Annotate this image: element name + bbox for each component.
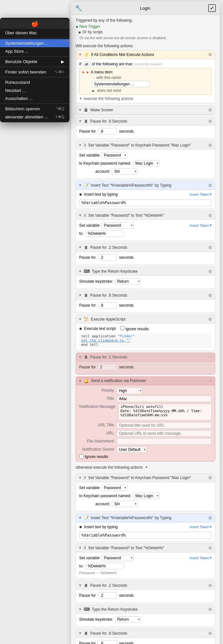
menu-shutdown[interactable]: Ausschalten ... bbox=[0, 94, 69, 103]
setvar3-gear[interactable]: ⚙ bbox=[208, 475, 212, 480]
wake-gear-icon[interactable]: ⚙ bbox=[208, 107, 212, 113]
pause3-expand[interactable]: ▼ bbox=[79, 293, 82, 297]
setvar2-to-input[interactable] bbox=[85, 230, 124, 237]
notif-dis1-title-input[interactable] bbox=[117, 396, 212, 402]
pause2-expand[interactable]: ▼ bbox=[79, 246, 82, 249]
return1-gear[interactable]: ⚙ bbox=[208, 269, 212, 274]
insert-text-1-block: ▼ 📝 Insert Text "%Variable%Password%" by… bbox=[76, 181, 215, 209]
menu-lock-screen[interactable]: Bildschirm sperren ^⌘Q bbox=[0, 105, 69, 113]
menu-sleep[interactable]: Ruhezustand bbox=[0, 78, 69, 86]
pause2-seconds-input[interactable] bbox=[98, 254, 117, 261]
pause1-seconds-input[interactable] bbox=[98, 128, 117, 135]
return1-expand[interactable]: ▼ bbox=[79, 269, 82, 273]
execute-expand-arrow[interactable]: ▼ bbox=[79, 97, 82, 100]
return1-keystroke-select[interactable]: Return bbox=[115, 278, 141, 285]
as1-ignore-checkbox[interactable] bbox=[120, 326, 124, 330]
insert-token-3-button[interactable]: Insert Token ▾ bbox=[190, 525, 212, 529]
otherwise-expand-arrow[interactable]: ▼ bbox=[145, 465, 148, 469]
notif-dis1-url-input[interactable] bbox=[117, 430, 212, 437]
notif-dis1-sound-select[interactable]: User Default bbox=[117, 446, 147, 453]
notif-dis1-urltitle-input[interactable] bbox=[117, 422, 212, 429]
pausedis1-expand[interactable]: ▼ bbox=[79, 355, 82, 359]
notif-dis1-header: ▼ 🔔 Send a notification via Pushover ✕ bbox=[76, 377, 215, 385]
setvar2-expand[interactable]: ▼ bbox=[79, 213, 82, 217]
insert1-expand[interactable]: ▼ bbox=[79, 183, 82, 187]
pause4-expand[interactable]: ▼ bbox=[79, 584, 82, 587]
pause1-gear-icon[interactable]: ⚙ bbox=[208, 119, 212, 124]
condition-gear-icon[interactable]: ⚙ bbox=[208, 52, 212, 57]
menu-about[interactable]: Über diesen Mac bbox=[0, 29, 69, 37]
condition-expand-arrow[interactable]: ▼ bbox=[79, 53, 82, 56]
menu-restart[interactable]: Neustart ... bbox=[0, 86, 69, 94]
menu-systemprefs[interactable]: Systemeinstellungen ... bbox=[0, 39, 69, 47]
as1-expand[interactable]: ▼ bbox=[79, 317, 82, 321]
insert-token-2-button[interactable]: Insert Token ▾ bbox=[190, 223, 212, 227]
setvar1-expand[interactable]: ▼ bbox=[79, 143, 82, 147]
notif-dis1-ignore-checkbox[interactable] bbox=[79, 454, 83, 459]
execute-label: execute the following actions bbox=[84, 96, 133, 101]
setvar2-variable-select[interactable]: Password bbox=[101, 222, 134, 229]
pause-dis1-close-icon[interactable]: ✕ bbox=[209, 355, 212, 359]
wake-screen-header: ▼ 🖥 Wake Screen ⚙ bbox=[76, 106, 215, 115]
notif-dis1-priority-select[interactable]: High bbox=[117, 387, 143, 394]
return2-expand[interactable]: ▼ bbox=[79, 607, 82, 611]
pause4-seconds-input[interactable] bbox=[98, 592, 117, 599]
pause2-icon: ⏸ bbox=[84, 245, 88, 250]
notif-dis1-close-icon[interactable]: ✕ bbox=[209, 378, 212, 383]
return2-gear[interactable]: ⚙ bbox=[208, 607, 212, 612]
insert2-expand[interactable]: ▼ bbox=[79, 516, 82, 519]
pause2-gear[interactable]: ⚙ bbox=[208, 245, 212, 250]
setvar1-account-select[interactable]: Siri bbox=[112, 168, 138, 175]
pause3-gear[interactable]: ⚙ bbox=[208, 293, 212, 298]
notif-dis1-message-label: Notification Message: bbox=[79, 404, 116, 409]
notif-dis1-sound-label: Notification Sound: bbox=[79, 446, 115, 452]
menu-recent-items[interactable]: Benutzte Objekte ▶ bbox=[0, 58, 69, 66]
menu-logout[interactable]: alexander abmelden ... ⇧⌘Q bbox=[0, 113, 69, 121]
insert2-gear[interactable]: ⚙ bbox=[208, 515, 212, 520]
insert1-icon: 📝 bbox=[84, 183, 89, 188]
menu-name-input[interactable] bbox=[92, 81, 150, 87]
notif-dis1-message-textarea[interactable]: iPhone/Siri autofill Date: %ICUDateTime%… bbox=[118, 404, 212, 420]
setvar1-keychain-select[interactable]: Mac Login bbox=[133, 160, 160, 167]
pause5-expand[interactable]: ▼ bbox=[79, 631, 82, 635]
wake-expand-arrow[interactable]: ▼ bbox=[79, 108, 82, 112]
type-return-1-block: ▼ ⌨ Type the Return Keystroke ⚙ Simulate… bbox=[76, 267, 215, 289]
setvar3-expand[interactable]: ▼ bbox=[79, 476, 82, 479]
setvar4-gear[interactable]: ⚙ bbox=[208, 545, 212, 551]
pause5-seconds-input[interactable] bbox=[98, 640, 117, 644]
setvar2-gear[interactable]: ⚙ bbox=[208, 213, 212, 218]
insert1-gear[interactable]: ⚙ bbox=[208, 183, 212, 188]
setvar4-variable-select[interactable]: Password bbox=[101, 555, 134, 561]
pause3-seconds-input[interactable] bbox=[98, 302, 117, 309]
pause4-gear[interactable]: ⚙ bbox=[208, 583, 212, 588]
setvar1-variable-select[interactable]: Password bbox=[101, 152, 127, 158]
setvar4-expand[interactable]: ▼ bbox=[79, 546, 82, 550]
pause-action-1-block: ▼ ⏸ Pause for .8 Seconds ⚙ Pause for sec… bbox=[76, 117, 215, 139]
setvar2-icon: 𝑋 bbox=[84, 213, 86, 218]
pause3-label: Pause for bbox=[79, 303, 96, 308]
setvar3-keychain-select[interactable]: Mac Login bbox=[133, 493, 160, 499]
setvar1-gear[interactable]: ⚙ bbox=[208, 143, 212, 148]
setvar4-to-input[interactable] bbox=[85, 563, 124, 569]
return2-keystroke-select[interactable]: Return bbox=[115, 616, 141, 623]
setvar3-variable-select[interactable]: Password bbox=[101, 485, 127, 491]
pause5-gear[interactable]: ⚙ bbox=[208, 631, 212, 636]
pausedis1-seconds-input[interactable] bbox=[98, 364, 117, 370]
all-select[interactable]: all bbox=[82, 61, 90, 67]
insert-token-1-button[interactable]: Insert Token ▾ bbox=[190, 192, 212, 196]
as1-gear[interactable]: ⚙ bbox=[208, 317, 212, 322]
notif-dis1-file-input[interactable] bbox=[117, 438, 212, 445]
pause1-expand-arrow[interactable]: ▼ bbox=[79, 119, 82, 123]
insert-text1-input[interactable] bbox=[79, 199, 212, 206]
window-checkmark[interactable]: ✓ bbox=[208, 4, 216, 12]
pause-action-4-block: ▼ ⏸ Pause for .2 Seconds ⚙ Pause for sec… bbox=[76, 581, 215, 603]
menu-appstore[interactable]: App Store ... bbox=[0, 47, 69, 55]
setvar3-account-select[interactable]: Siri bbox=[112, 501, 138, 507]
menu-force-quit[interactable]: Finder sofort beenden ⌥⌘⎋ bbox=[0, 68, 69, 76]
wake-screen-title: Wake Screen bbox=[90, 108, 206, 112]
new-trigger-button[interactable]: ● New Trigger bbox=[76, 24, 100, 29]
insert-text2-input[interactable] bbox=[79, 532, 212, 539]
as1-icon: 📜 bbox=[84, 317, 89, 322]
notifdis1-expand[interactable]: ▼ bbox=[79, 379, 82, 383]
insert-token-4-button[interactable]: Insert Token ▾ bbox=[190, 556, 212, 560]
